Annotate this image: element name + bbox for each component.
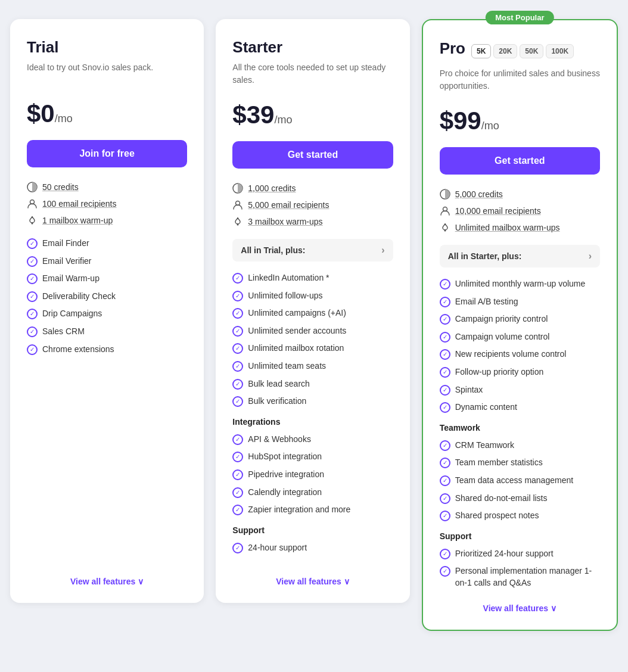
feature-text: Unlimited sender accounts bbox=[248, 325, 346, 337]
feature-text: Campaign priority control bbox=[455, 313, 548, 325]
credits-icon bbox=[27, 182, 38, 192]
feature-text: Email Warm-up bbox=[42, 273, 100, 285]
plan-tab-5K[interactable]: 5K bbox=[471, 44, 491, 58]
warmup-icon bbox=[232, 216, 243, 227]
check-icon: ✓ bbox=[440, 385, 450, 396]
feature-text: Calendly integration bbox=[248, 487, 322, 499]
feature-item: ✓ Email Warm-up bbox=[27, 273, 187, 285]
feature-item: ✓ Zapier integration and more bbox=[232, 504, 393, 516]
feature-item: ✓ Team member statistics bbox=[440, 457, 600, 469]
highlight-item: 3 mailbox warm-ups bbox=[232, 216, 393, 227]
check-icon: ✓ bbox=[232, 434, 243, 445]
feature-text: Shared do-not-email lists bbox=[455, 493, 548, 505]
chevron-down-icon: ∨ bbox=[551, 603, 557, 613]
highlight-text[interactable]: 5,000 credits bbox=[455, 189, 503, 199]
highlight-text[interactable]: 1 mailbox warm-up bbox=[42, 216, 113, 225]
plan-tab-50K[interactable]: 50K bbox=[520, 44, 543, 58]
chevron-down-icon: ∨ bbox=[138, 577, 144, 586]
highlight-item: 50 credits bbox=[27, 182, 187, 192]
feature-text: API & Webhooks bbox=[248, 434, 311, 446]
highlight-text[interactable]: 1,000 credits bbox=[248, 183, 296, 193]
plan-highlights: 1,000 credits 5,000 email recipients 3 m… bbox=[232, 183, 393, 227]
check-icon: ✓ bbox=[440, 402, 450, 413]
highlight-item: 5,000 credits bbox=[440, 189, 600, 200]
plan-price: $99/mo bbox=[440, 107, 600, 135]
plan-name: Trial bbox=[27, 38, 187, 57]
check-icon: ✓ bbox=[232, 326, 243, 337]
plan-tab-100K[interactable]: 100K bbox=[546, 44, 574, 58]
check-icon: ✓ bbox=[27, 273, 38, 284]
check-icon: ✓ bbox=[232, 505, 243, 515]
feature-item: ✓ Campaign volume control bbox=[440, 331, 600, 343]
all-in-box[interactable]: All in Starter, plus: › bbox=[440, 245, 600, 267]
check-icon: ✓ bbox=[440, 458, 450, 468]
highlight-item: 5,000 email recipients bbox=[232, 200, 393, 210]
cta-button[interactable]: Join for free bbox=[27, 140, 187, 167]
feature-text: Spintax bbox=[455, 384, 483, 396]
highlight-item: Unlimited mailbox warm-ups bbox=[440, 222, 600, 233]
check-icon: ✓ bbox=[27, 256, 38, 267]
feature-text: Follow-up priority option bbox=[455, 366, 544, 378]
feature-text: Sales CRM bbox=[42, 326, 85, 338]
feature-item: ✓ Email A/B testing bbox=[440, 296, 600, 308]
feature-text: Drip Campaigns bbox=[42, 308, 102, 320]
highlight-text[interactable]: 3 mailbox warm-ups bbox=[248, 217, 322, 226]
features-list: ✓ Email Finder ✓ Email Verifier ✓ Email … bbox=[27, 238, 187, 562]
check-icon: ✓ bbox=[27, 238, 38, 249]
feature-text: Unlimited monthly warm-up volume bbox=[455, 278, 586, 290]
check-icon: ✓ bbox=[440, 297, 450, 307]
feature-item: ✓ Unlimited team seats bbox=[232, 360, 393, 372]
highlight-text[interactable]: Unlimited mailbox warm-ups bbox=[455, 223, 560, 232]
feature-item: ✓ LinkedIn Automation * bbox=[232, 272, 393, 284]
plan-card-starter: StarterAll the core tools needed to set … bbox=[216, 19, 409, 603]
plan-tab-20K[interactable]: 20K bbox=[493, 44, 517, 58]
highlight-text[interactable]: 5,000 email recipients bbox=[248, 200, 329, 210]
check-icon: ✓ bbox=[440, 367, 450, 378]
feature-text: Email Verifier bbox=[42, 256, 91, 267]
highlight-text[interactable]: 10,000 email recipients bbox=[455, 206, 541, 216]
feature-text: Personal implementation manager 1-on-1 c… bbox=[455, 565, 600, 589]
view-all-features[interactable]: View all features ∨ bbox=[232, 562, 393, 586]
feature-text: New recipients volume control bbox=[455, 349, 567, 360]
check-icon: ✓ bbox=[440, 475, 450, 486]
feature-item: ✓ Spintax bbox=[440, 384, 600, 396]
check-icon: ✓ bbox=[440, 440, 450, 451]
plan-name: Pro bbox=[440, 39, 465, 58]
feature-text: Shared prospect notes bbox=[455, 510, 539, 522]
chevron-right-icon: › bbox=[589, 251, 592, 262]
check-icon: ✓ bbox=[232, 291, 243, 301]
feature-text: Unlimited mailbox rotation bbox=[248, 343, 344, 354]
feature-item: ✓ Email Verifier bbox=[27, 256, 187, 267]
plan-highlights: 50 credits 100 email recipients 1 mailbo… bbox=[27, 182, 187, 226]
feature-item: ✓ Pipedrive integration bbox=[232, 469, 393, 481]
features-list: ✓ LinkedIn Automation * ✓ Unlimited foll… bbox=[232, 272, 393, 562]
feature-text: Email Finder bbox=[42, 238, 89, 250]
feature-item: ✓ Team data access management bbox=[440, 475, 600, 487]
feature-item: ✓ Shared prospect notes bbox=[440, 510, 600, 522]
all-in-label: All in Starter, plus: bbox=[448, 251, 522, 261]
cta-button[interactable]: Get started bbox=[232, 141, 393, 169]
check-icon: ✓ bbox=[232, 308, 243, 319]
view-all-features[interactable]: View all features ∨ bbox=[440, 589, 600, 613]
feature-item: ✓ Deliverability Check bbox=[27, 291, 187, 303]
all-in-box[interactable]: All in Trial, plus: › bbox=[232, 239, 393, 262]
check-icon: ✓ bbox=[27, 344, 38, 355]
plan-tabs: 5K20K50K100K bbox=[471, 44, 574, 58]
feature-item: ✓ Bulk lead search bbox=[232, 378, 393, 390]
highlight-text[interactable]: 100 email recipients bbox=[42, 199, 117, 209]
highlight-text[interactable]: 50 credits bbox=[42, 182, 79, 192]
feature-text: Bulk verification bbox=[248, 396, 306, 407]
feature-text: Unlimited follow-ups bbox=[248, 290, 322, 302]
feature-text: CRM Teamwork bbox=[455, 440, 514, 452]
check-icon: ✓ bbox=[232, 379, 243, 390]
credits-icon bbox=[440, 189, 450, 200]
most-popular-badge: Most Popular bbox=[486, 11, 554, 24]
plan-price: $39/mo bbox=[232, 101, 393, 129]
cta-button[interactable]: Get started bbox=[440, 147, 600, 175]
feature-text: Unlimited campaigns (+AI) bbox=[248, 307, 346, 319]
feature-item: ✓ Drip Campaigns bbox=[27, 308, 187, 320]
feature-text: Pipedrive integration bbox=[248, 469, 324, 481]
check-icon: ✓ bbox=[27, 309, 38, 319]
view-all-features[interactable]: View all features ∨ bbox=[27, 562, 187, 586]
check-icon: ✓ bbox=[440, 314, 450, 325]
